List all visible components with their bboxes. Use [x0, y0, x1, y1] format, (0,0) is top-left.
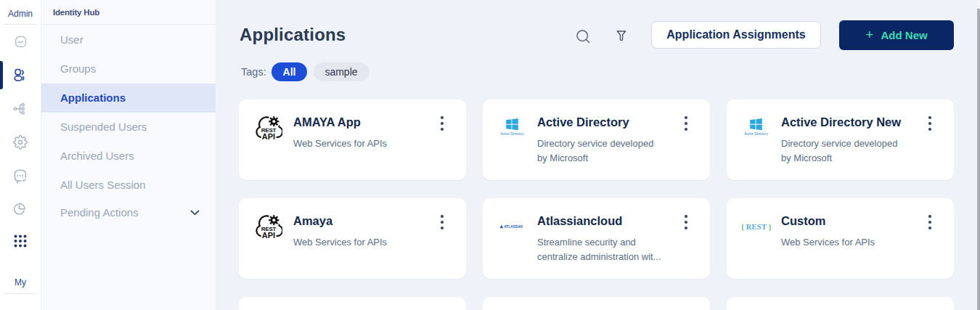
- svg-text:API: API: [261, 231, 274, 240]
- svg-text:ATLASSIAN: ATLASSIAN: [504, 225, 523, 229]
- svg-text:Active Directory: Active Directory: [500, 132, 524, 136]
- svg-text:Active Directory: Active Directory: [744, 132, 768, 136]
- svg-text:{ REST }: { REST }: [742, 223, 771, 231]
- svg-text:API: API: [261, 132, 274, 141]
